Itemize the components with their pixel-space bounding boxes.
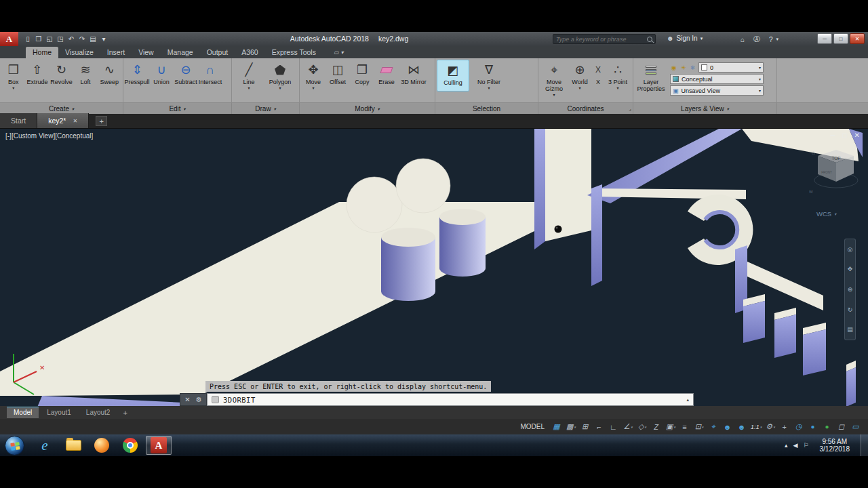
- layer-dropdown[interactable]: 0 ▾: [698, 62, 764, 73]
- help-search-box[interactable]: [553, 34, 656, 44]
- new-layout-button[interactable]: +: [118, 409, 132, 417]
- taskbar-chrome[interactable]: [117, 436, 143, 455]
- move-button[interactable]: ✥ Move ▾: [301, 60, 326, 90]
- tab-view[interactable]: View: [132, 47, 161, 58]
- zoom-icon[interactable]: ⊕: [848, 286, 853, 293]
- ucs-x-button[interactable]: X X: [591, 60, 605, 90]
- visual-style-dropdown[interactable]: Conceptual ▾: [670, 74, 764, 84]
- dialog-launcher-icon[interactable]: ⌟: [629, 106, 631, 112]
- volume-icon[interactable]: ◀: [793, 442, 798, 449]
- taskbar-media-app[interactable]: [89, 436, 115, 455]
- taskbar-internet-explorer[interactable]: e: [32, 436, 58, 455]
- layer-properties-button[interactable]: Layer Properties: [635, 60, 667, 92]
- start-button[interactable]: [5, 436, 24, 455]
- view-dropdown[interactable]: ▣ Unsaved View ▾: [670, 85, 764, 96]
- intersect-button[interactable]: ∩ Intersect: [198, 60, 222, 90]
- tab-model[interactable]: Model: [7, 407, 39, 418]
- file-tab-start[interactable]: Start: [0, 113, 37, 128]
- osnap-3d-icon[interactable]: ⊡▾: [692, 421, 706, 432]
- world-ucs-button[interactable]: ⊕ World ▾: [568, 60, 591, 90]
- tab-a360[interactable]: A360: [235, 47, 265, 58]
- action-center-flag-icon[interactable]: ⚐: [803, 442, 808, 449]
- clean-screen-icon[interactable]: ▭: [849, 421, 863, 432]
- line-button[interactable]: ╱ Line ▾: [233, 60, 264, 90]
- offset-button[interactable]: ◫ Offset: [326, 60, 350, 90]
- sweep-button[interactable]: ∿ Sweep: [98, 60, 121, 90]
- ucs-3point-button[interactable]: ∴ 3 Point ▾: [605, 60, 631, 90]
- viewport-restore-icon[interactable]: □: [843, 131, 847, 139]
- viewcube[interactable]: TOP FRONT ⌂ W: [809, 150, 858, 194]
- wcs-dropdown[interactable]: WCS▾: [816, 210, 836, 218]
- viewport-minimize-icon[interactable]: ─: [830, 131, 835, 139]
- command-input[interactable]: [223, 396, 682, 404]
- object-snap-tracking-icon[interactable]: Z: [650, 421, 663, 432]
- pan-icon[interactable]: ✥: [848, 266, 853, 272]
- copy-button[interactable]: ❐ Copy: [350, 60, 374, 90]
- command-expand-icon[interactable]: ▴: [686, 397, 689, 403]
- qat-dropdown-icon[interactable]: ▾: [98, 35, 109, 43]
- show-desktop-button[interactable]: [861, 434, 868, 456]
- taskbar-clock[interactable]: 9:56 AM 3/12/2018: [814, 438, 856, 453]
- tab-visualize[interactable]: Visualize: [58, 47, 100, 58]
- viewport-close-icon[interactable]: ✕: [854, 131, 860, 139]
- move-gizmo-button[interactable]: ⌖ Move Gizmo ▾: [540, 60, 568, 97]
- layer-sun-icon[interactable]: ☀: [679, 64, 687, 71]
- lineweight-icon[interactable]: ≡: [678, 421, 692, 432]
- tab-home[interactable]: Home: [26, 47, 58, 58]
- undo-icon[interactable]: ↶: [66, 35, 77, 43]
- help-dropdown-icon[interactable]: ▾: [776, 37, 779, 42]
- help-icon[interactable]: ?: [769, 36, 773, 43]
- culling-button[interactable]: ◩ Culling: [437, 60, 469, 92]
- close-icon[interactable]: ✕: [73, 118, 77, 124]
- hidden-icons-arrow[interactable]: ▴: [785, 442, 788, 449]
- loft-button[interactable]: ≋ Loft: [73, 60, 97, 90]
- communication-center-icon[interactable]: ⌂: [741, 36, 745, 43]
- model-viewport[interactable]: TOP FRONT ⌂ W ✕ [-][Custom View][Concept…: [0, 129, 868, 406]
- ribbon-display-toggle[interactable]: ▭ ▾: [330, 48, 348, 58]
- sheet-set-icon[interactable]: ▤: [87, 35, 98, 43]
- layer-on-icon[interactable]: ◉: [670, 64, 677, 71]
- annotation-visibility-icon[interactable]: ☻: [721, 421, 734, 432]
- 3d-mirror-button[interactable]: ⋈ 3D Mirror: [399, 60, 429, 90]
- sign-in-menu[interactable]: ☻ Sign In ▾: [667, 35, 703, 42]
- minimize-button[interactable]: ─: [817, 33, 832, 44]
- steering-wheel-icon[interactable]: ◎: [848, 246, 853, 253]
- status-dot-blue[interactable]: ●: [806, 421, 820, 432]
- no-filter-button[interactable]: ∇ No Filter ▾: [469, 60, 509, 90]
- viewcube-front-label[interactable]: FRONT: [821, 171, 832, 174]
- tab-layout1[interactable]: Layout1: [40, 407, 78, 418]
- tab-express-tools[interactable]: Express Tools: [265, 47, 323, 58]
- dynamic-input-icon[interactable]: ⌐: [593, 421, 606, 432]
- presspull-button[interactable]: ⇕ Presspull: [125, 60, 149, 90]
- erase-button[interactable]: Erase: [374, 60, 399, 90]
- isodraft-icon[interactable]: ◇▾: [635, 421, 649, 432]
- tab-insert[interactable]: Insert: [100, 47, 132, 58]
- taskbar-autocad[interactable]: A: [146, 436, 172, 455]
- grid-icon[interactable]: ▦: [550, 421, 564, 432]
- taskbar-file-explorer[interactable]: [60, 436, 86, 455]
- snap-mode-icon[interactable]: ▩▾: [564, 421, 578, 432]
- panel-title-layers-view[interactable]: Layers & View▾: [633, 103, 777, 115]
- polygon-button[interactable]: Polygon ▾: [264, 60, 296, 90]
- command-input-area[interactable]: ▴: [207, 393, 694, 406]
- close-button[interactable]: ✕: [850, 33, 865, 44]
- new-icon[interactable]: ▯: [22, 35, 33, 43]
- subtract-button[interactable]: ⊖ Subtract: [174, 60, 198, 90]
- infer-constraints-icon[interactable]: ⊞: [578, 421, 592, 432]
- tab-output[interactable]: Output: [200, 47, 235, 58]
- exchange-apps-icon[interactable]: Ⓐ: [753, 35, 760, 44]
- workspace-switching-icon[interactable]: ⚙▾: [764, 421, 777, 432]
- application-menu-button[interactable]: A: [0, 32, 18, 46]
- revolve-button[interactable]: ↻ Revolve: [50, 60, 73, 90]
- panel-title-selection[interactable]: Selection: [435, 103, 538, 115]
- customize-icon[interactable]: +: [778, 421, 791, 432]
- command-recent-icon[interactable]: [212, 396, 219, 403]
- viewport-controls-label[interactable]: [-][Custom View][Conceptual]: [5, 132, 93, 140]
- isolate-objects-icon[interactable]: ◻: [835, 421, 848, 432]
- viewcube-home-icon[interactable]: ⌂: [812, 150, 815, 156]
- plot-icon[interactable]: ◳: [55, 35, 66, 43]
- save-icon[interactable]: ◱: [44, 35, 55, 43]
- graphics-performance-icon[interactable]: ◷: [792, 421, 806, 432]
- polar-tracking-icon[interactable]: ∠▾: [621, 421, 635, 432]
- gizmo-icon[interactable]: ⌖: [707, 421, 720, 432]
